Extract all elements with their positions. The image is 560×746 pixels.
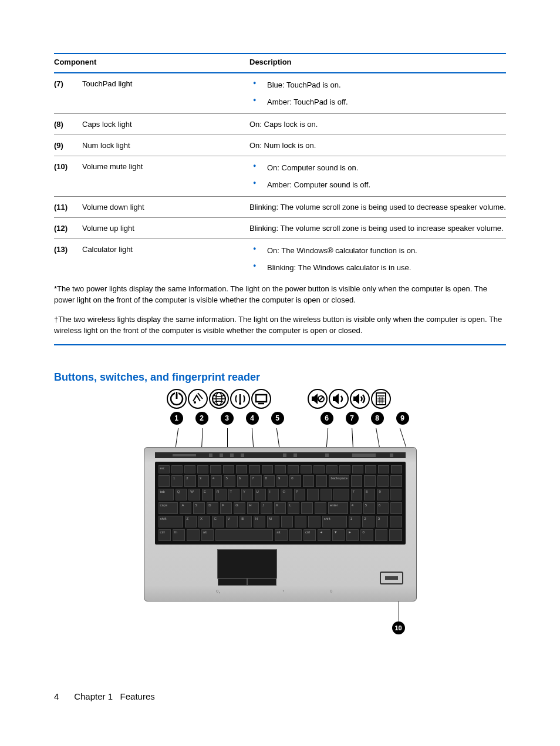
volume-mute-icon bbox=[307, 388, 328, 409]
table-row: (9) Num lock light On: Num lock is on. bbox=[54, 135, 506, 156]
callout-8: 8 bbox=[371, 412, 384, 425]
callout-9: 9 bbox=[396, 412, 409, 425]
fingerprint-reader-illustration bbox=[380, 572, 403, 584]
chapter-title: Features bbox=[120, 691, 155, 701]
callout-4: 4 bbox=[246, 412, 259, 425]
volume-down-icon bbox=[328, 388, 349, 409]
table-row: (12) Volume up light Blinking: The volum… bbox=[54, 218, 506, 239]
callout-10: 10 bbox=[392, 621, 405, 634]
table-row: (7) TouchPad light Blue: TouchPad is on.… bbox=[54, 73, 506, 114]
table-footnotes: *The two power lights display the same i… bbox=[54, 279, 506, 345]
svg-point-6 bbox=[194, 401, 196, 404]
page-footer: 4 Chapter 1 Features bbox=[54, 691, 155, 701]
table-row: (10) Volume mute light On: Computer soun… bbox=[54, 156, 506, 197]
svg-point-22 bbox=[372, 389, 390, 408]
callout-1: 1 bbox=[170, 412, 183, 425]
svg-point-21 bbox=[350, 389, 369, 408]
globe-icon bbox=[208, 388, 230, 409]
svg-rect-23 bbox=[376, 393, 386, 405]
chapter-label: Chapter 1 bbox=[74, 691, 113, 701]
footnote-wireless-lights: †The two wireless lights display the sam… bbox=[54, 314, 506, 337]
callout-2: 2 bbox=[195, 412, 208, 425]
info-icon bbox=[187, 388, 208, 409]
footnote-power-lights: *The two power lights display the same i… bbox=[54, 284, 506, 306]
calculator-icon bbox=[370, 388, 392, 409]
page-number: 4 bbox=[54, 691, 72, 701]
header-component: Component bbox=[54, 53, 249, 73]
callout-3: 3 bbox=[221, 412, 234, 425]
svg-rect-15 bbox=[256, 395, 266, 402]
table-row: (11) Volume down light Blinking: The vol… bbox=[54, 197, 506, 218]
header-description: Description bbox=[249, 53, 506, 73]
component-description-table: Component Description (7) TouchPad light… bbox=[54, 53, 506, 279]
power-icon bbox=[166, 388, 187, 409]
volume-up-icon bbox=[349, 388, 370, 409]
svg-point-5 bbox=[188, 389, 207, 408]
svg-point-14 bbox=[252, 389, 271, 408]
table-row: (8) Caps lock light On: Caps lock is on. bbox=[54, 114, 506, 135]
callout-5: 5 bbox=[271, 412, 284, 425]
table-row: (13) Calculator light On: The Windows® c… bbox=[54, 239, 506, 280]
callout-6: 6 bbox=[321, 412, 333, 425]
presentation-icon bbox=[251, 388, 272, 409]
section-heading: Buttons, switches, and fingerprint reade… bbox=[54, 371, 506, 384]
callout-7: 7 bbox=[346, 412, 359, 425]
wireless-icon bbox=[230, 388, 251, 409]
laptop-buttons-diagram: 1 2 3 4 5 6 7 8 9 bbox=[144, 388, 417, 634]
svg-line-19 bbox=[319, 396, 323, 401]
touchpad-illustration bbox=[217, 549, 277, 579]
keyboard-illustration: esc 1234 56789 0backspace tabQWER TYUIO bbox=[155, 462, 406, 545]
laptop-top-view: esc 1234 56789 0backspace tabQWER TYUIO bbox=[144, 447, 417, 601]
svg-point-13 bbox=[239, 402, 241, 405]
